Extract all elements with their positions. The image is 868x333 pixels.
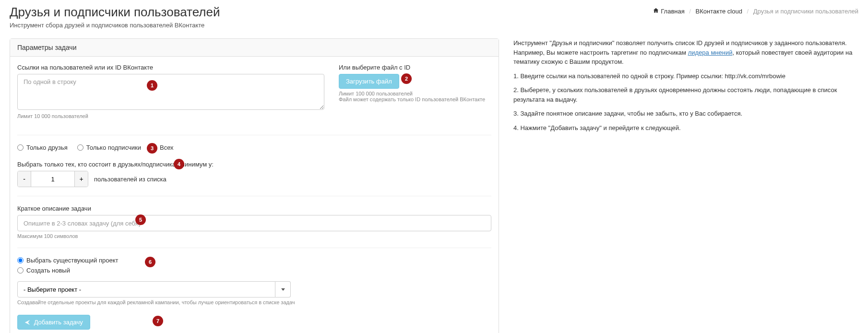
- radio-existing-project[interactable]: Выбрать существующий проект: [17, 257, 491, 264]
- minimum-label: Выбрать только тех, кто состоит в друзья…: [17, 161, 491, 168]
- file-help1: Лимит 100 000 пользователей: [339, 91, 491, 96]
- breadcrumb-home[interactable]: Главная: [661, 8, 684, 15]
- desc-label: Краткое описание задачи: [17, 205, 491, 212]
- breadcrumb-current: Друзья и подписчики пользователей: [753, 8, 858, 15]
- project-select[interactable]: - Выберите проект -: [17, 281, 275, 297]
- desc-help: Максимум 100 символов: [17, 233, 491, 239]
- chevron-down-icon: [281, 288, 285, 291]
- radio-existing-input[interactable]: [17, 257, 24, 263]
- page-subtitle: Инструмент сбора друзей и подписчиков по…: [10, 22, 220, 29]
- help-step-3: 3. Задайте понятное описание задачи, что…: [513, 109, 858, 119]
- breadcrumb-vk-cloud[interactable]: ВКонтакте cloud: [696, 8, 742, 15]
- stepper-input[interactable]: [31, 171, 74, 187]
- radio-subscribers[interactable]: Только подписчики: [77, 144, 141, 151]
- page-title: Друзья и подписчики пользователей: [10, 5, 220, 20]
- breadcrumb: Главная / ВКонтакте cloud / Друзья и под…: [653, 5, 858, 15]
- send-icon: [24, 319, 34, 326]
- mode-radio-group: Только друзья Только подписчики Всех 3: [17, 144, 491, 151]
- marker-6: 6: [145, 257, 155, 267]
- help-step-2: 2. Выберете, у скольких пользователей в …: [513, 85, 858, 104]
- radio-create-project[interactable]: Создать новый: [17, 267, 491, 274]
- marker-4: 4: [174, 159, 184, 169]
- help-sidebar: Инструмент "Друзья и подписчики" позволя…: [513, 38, 858, 333]
- add-task-button[interactable]: Добавить задачу: [17, 315, 90, 330]
- quantity-stepper: - +: [17, 171, 88, 187]
- stepper-suffix: пользователей из списка: [94, 176, 166, 183]
- help-step-1: 1. Введите ссылки на пользователей по од…: [513, 71, 858, 81]
- panel-heading: Параметры задачи: [10, 39, 499, 57]
- radio-create-input[interactable]: [17, 267, 24, 274]
- users-label: Ссылки на пользователей или их ID ВКонта…: [17, 64, 324, 71]
- project-help: Создавайте отдельные проекты для каждой …: [17, 299, 491, 305]
- marker-5: 5: [135, 214, 146, 225]
- radio-friends-input[interactable]: [17, 144, 24, 151]
- stepper-plus[interactable]: +: [74, 171, 88, 187]
- marker-7: 7: [153, 316, 163, 326]
- desc-input[interactable]: [17, 215, 491, 231]
- stepper-minus[interactable]: -: [18, 171, 31, 187]
- radio-subscribers-input[interactable]: [77, 144, 83, 151]
- file-label: Или выберите файл с ID: [339, 64, 491, 71]
- task-panel: Параметры задачи Ссылки на пользователей…: [10, 38, 499, 333]
- select-caret[interactable]: [275, 281, 291, 297]
- opinion-leader-link[interactable]: лидера мнений: [688, 49, 733, 56]
- users-textarea[interactable]: [17, 74, 324, 110]
- marker-2: 2: [401, 73, 412, 84]
- marker-3: 3: [147, 143, 157, 154]
- file-help2: Файл может содержать только ID пользоват…: [339, 96, 491, 102]
- users-help: Лимит 10 000 пользователей: [17, 113, 324, 119]
- home-icon: [653, 8, 659, 15]
- radio-friends[interactable]: Только друзья: [17, 144, 68, 151]
- marker-1: 1: [147, 80, 157, 91]
- upload-file-button[interactable]: Загрузить файл: [339, 74, 399, 89]
- help-step-4: 4. Нажмите "Добавить задачу" и перейдите…: [513, 123, 858, 133]
